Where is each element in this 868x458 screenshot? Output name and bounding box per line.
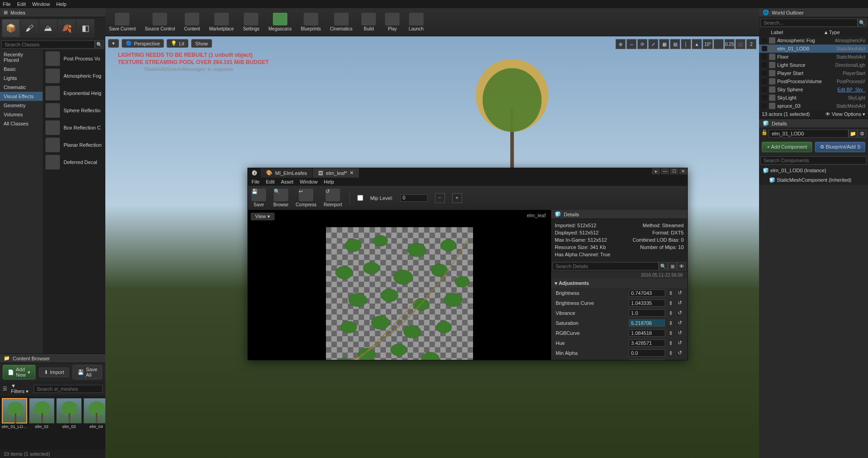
cat-basic[interactable]: Basic	[0, 65, 43, 74]
brightness-input[interactable]: 0.747043	[629, 289, 665, 297]
menu-file[interactable]: File	[3, 1, 11, 7]
search-icon[interactable]: 🔍	[858, 19, 867, 27]
reset-icon[interactable]: ↺	[676, 320, 683, 326]
minimize-icon[interactable]: —	[661, 168, 669, 174]
perspective-button[interactable]: 🔵 Perspective	[122, 39, 164, 48]
outliner-search-input[interactable]	[760, 19, 858, 27]
lit-button[interactable]: 💡 Lit	[167, 39, 188, 48]
te-tab-material[interactable]: 🎨 MI_ElmLeafes	[261, 168, 313, 178]
cat-lights[interactable]: Lights	[0, 74, 43, 83]
te-search-input[interactable]	[552, 262, 659, 270]
te-view-button[interactable]: View ▾	[251, 213, 275, 220]
mode-item[interactable]: Atmospheric Fog	[43, 67, 105, 85]
pin-icon[interactable]: ▸	[652, 168, 660, 174]
modes-search-input[interactable]	[1, 40, 95, 49]
te-menu-window[interactable]: Window	[300, 179, 317, 184]
content-browser-tab[interactable]: 📁 Content Browser	[0, 354, 105, 363]
viewport-tool-icon[interactable]: │	[681, 39, 691, 49]
sort-icon[interactable]: ▲	[824, 30, 829, 35]
outliner-tab[interactable]: 🌐 World Outliner	[759, 8, 868, 17]
mip-minus-icon[interactable]: −	[435, 193, 445, 203]
visibility-icon[interactable]	[762, 38, 767, 43]
toolbar-save-current[interactable]: Save Current	[109, 13, 136, 31]
reset-icon[interactable]: ↺	[676, 310, 683, 316]
details-name-input[interactable]	[769, 129, 848, 138]
close-icon[interactable]: ✕	[350, 170, 354, 176]
asset-thumb[interactable]: elm_04	[84, 398, 105, 448]
viewport-menu-icon[interactable]: ▾	[108, 39, 119, 48]
spinner-icon[interactable]: ⇕	[669, 320, 673, 326]
te-menu-file[interactable]: File	[252, 179, 260, 184]
asset-thumb[interactable]: elm_01_LOD0	[2, 398, 27, 448]
cat-all[interactable]: All Classes	[0, 119, 43, 128]
viewport-tool-icon[interactable]: ⟳	[637, 39, 647, 49]
reset-icon[interactable]: ↺	[676, 290, 683, 296]
outliner-row[interactable]: PostProcessVolumePostProcessV	[759, 77, 868, 85]
toolbar-build[interactable]: Build	[361, 13, 376, 31]
reset-icon[interactable]: ↺	[676, 330, 683, 336]
mode-item[interactable]: Box Reflection C	[43, 119, 105, 136]
visibility-icon[interactable]	[762, 95, 767, 100]
reset-icon[interactable]: ↺	[676, 350, 683, 356]
vibrance-input[interactable]: 1.0	[629, 309, 665, 317]
mode-item[interactable]: Sphere Reflectio	[43, 102, 105, 119]
browse-icon[interactable]: 📁	[848, 129, 858, 138]
outliner-row[interactable]: elm_01_LOD0StaticMeshAct	[759, 45, 868, 53]
viewport-tool-icon[interactable]: ↔	[626, 39, 636, 49]
details-tab[interactable]: 🧊 Details	[759, 119, 868, 128]
maximize-icon[interactable]: ☐	[670, 168, 678, 174]
te-menu-help[interactable]: Help	[324, 179, 334, 184]
outliner-row[interactable]: Sky SphereEdit BP_Sky_	[759, 85, 868, 94]
outliner-row[interactable]: Light SourceDirectionalLigh	[759, 61, 868, 69]
filters-button[interactable]: ▼ Filters ▾	[11, 383, 30, 394]
menu-edit[interactable]: Edit	[17, 1, 26, 7]
details-component[interactable]: 🧊 StaticMeshComponent (Inherited)	[759, 175, 868, 185]
reset-icon[interactable]: ↺	[676, 300, 683, 306]
gear-icon[interactable]: ⚙	[858, 129, 867, 138]
toolbar-launch[interactable]: Launch	[409, 13, 424, 31]
toolbar-blueprints[interactable]: Blueprints	[301, 13, 321, 31]
outliner-row[interactable]: SkyLightSkyLight	[759, 94, 868, 102]
toolbar-marketplace[interactable]: Marketplace	[209, 13, 234, 31]
mode-item[interactable]: Deferred Decal	[43, 154, 105, 171]
visibility-icon[interactable]	[762, 79, 767, 84]
cat-geometry[interactable]: Geometry	[0, 101, 43, 110]
outliner-row[interactable]: FloorStaticMeshAct	[759, 53, 868, 61]
blueprint-button[interactable]: ⚙ Blueprint/Add S	[815, 142, 865, 152]
view-options-button[interactable]: 👁 View Options ▾	[825, 111, 865, 117]
save-all-button[interactable]: 💾 Save All	[73, 365, 102, 379]
viewport-tool-icon[interactable]: ▤	[670, 39, 680, 49]
viewport-tool-icon[interactable]: ⤢	[648, 39, 658, 49]
te-tab-texture[interactable]: 🖼 elm_leaf* ✕	[313, 168, 360, 178]
outliner-row[interactable]: Atmospheric FogAtmosphericFo	[759, 36, 868, 45]
eye-icon[interactable]: 👁	[677, 262, 686, 270]
menu-window[interactable]: Window	[32, 1, 50, 7]
hue-input[interactable]: 3.428571	[629, 339, 665, 347]
search-icon[interactable]: 🔍	[95, 40, 104, 49]
min-alpha-input[interactable]: 0.0	[629, 349, 665, 357]
cat-cinematic[interactable]: Cinematic	[0, 83, 43, 92]
viewport-tool-icon[interactable]: 0.25	[725, 39, 735, 49]
te-details-tab[interactable]: 🧊 Details	[551, 210, 687, 219]
col-type[interactable]: Type	[829, 30, 865, 35]
te-save-button[interactable]: 💾Save	[252, 189, 266, 207]
spinner-icon[interactable]: ⇕	[669, 300, 673, 306]
close-icon[interactable]: ✕	[679, 168, 687, 174]
reset-icon[interactable]: ↺	[676, 340, 683, 346]
cat-recently[interactable]: Recently Placed	[0, 50, 43, 65]
cat-volumes[interactable]: Volumes	[0, 110, 43, 119]
visibility-icon[interactable]	[762, 46, 767, 51]
te-menu-asset[interactable]: Asset	[281, 179, 294, 184]
outliner-row[interactable]: spruce_03StaticMeshAct	[759, 102, 868, 110]
adjustments-section[interactable]: ▾ Adjustments	[551, 279, 687, 288]
details-comp-search-input[interactable]	[760, 156, 867, 164]
menu-help[interactable]: Help	[56, 1, 67, 7]
viewport-tool-icon[interactable]: 🎥	[735, 39, 745, 49]
add-new-button[interactable]: 📄 Add New ▾	[3, 365, 35, 379]
mip-checkbox[interactable]	[357, 195, 363, 201]
details-instance[interactable]: 🧊 elm_01_LOD0 (Instance)	[759, 166, 868, 175]
filter-icon[interactable]: ☰	[3, 386, 7, 392]
toolbar-cinematics[interactable]: Cinematics	[330, 13, 352, 31]
te-compress-button[interactable]: ↩Compress	[296, 189, 316, 207]
mip-slider[interactable]: 0	[400, 194, 428, 202]
